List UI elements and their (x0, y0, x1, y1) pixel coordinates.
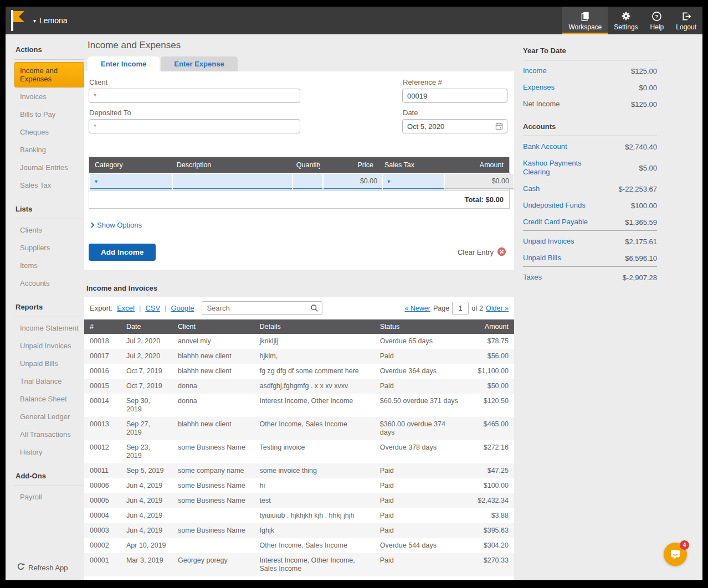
undeposited-funds-link[interactable]: Undeposited Funds (523, 201, 586, 210)
calendar-icon[interactable] (495, 122, 503, 132)
sidebar-item-payroll[interactable]: Payroll (14, 488, 84, 506)
sidebar-item-income-statement[interactable]: Income Statement (14, 319, 84, 337)
client-input[interactable] (89, 89, 300, 103)
chat-launcher-button[interactable]: 4 (664, 543, 687, 566)
price-input[interactable]: $0.00 (324, 174, 382, 189)
cell-amount: $1,100.00 (465, 364, 514, 379)
table-row[interactable]: 00002Apr 10, 2019Other Income, Sales Inc… (84, 538, 514, 553)
cell-date: Jul 2, 2020 (121, 334, 172, 349)
nav-item-workspace[interactable]: Workspace (562, 7, 608, 34)
table-row[interactable]: 00016Oct 7, 2019blahhh new clientfg zg d… (84, 364, 514, 379)
sidebar-item-all-transactions[interactable]: All Transactions (14, 426, 84, 443)
sidebar-item-banking[interactable]: Banking (14, 141, 84, 158)
account-title: Accounts (523, 122, 657, 136)
nav-item-logout[interactable]: Logout (670, 7, 702, 34)
sidebar-item-unpaid-invoices[interactable]: Unpaid Invoices (14, 337, 84, 354)
quantity-input[interactable] (293, 174, 322, 189)
sidebar-section-add-ons: Add-OnsPayroll (14, 470, 84, 506)
cell-number: 00013 (84, 417, 121, 440)
column-header-price: Price (320, 157, 379, 173)
nav-item-help[interactable]: ?Help (644, 7, 670, 34)
table-row[interactable]: 00005Jun 4, 2019some Business NametestPa… (84, 493, 514, 508)
category-select[interactable]: ▾ (90, 174, 172, 189)
account-row: Credit Card Payable$1,365.59 (523, 214, 657, 230)
sidebar-item-cheques[interactable]: Cheques (14, 123, 84, 141)
sidebar-item-journal-entries[interactable]: Journal Entries (14, 159, 84, 176)
account-row: Bank Account$2,740.40 (523, 138, 657, 155)
deposited-to-select[interactable]: ▾ (89, 119, 300, 138)
sales-tax-select[interactable]: ▾ (383, 174, 443, 189)
table-row[interactable]: 00001Mar 3, 2019Georgey poregyInterest I… (84, 553, 514, 576)
export-link-excel[interactable]: Excel (117, 304, 135, 312)
table-row[interactable]: 00013Sep 27, 2019blahhh new clientOther … (84, 417, 514, 440)
tab-enter-income[interactable]: Enter Income (88, 56, 160, 71)
tab-enter-expense[interactable]: Enter Expense (161, 56, 237, 71)
deposited-to-input[interactable] (89, 119, 300, 133)
unpaid-invoices-link[interactable]: Unpaid Invoices (523, 237, 574, 246)
sidebar-item-sales-tax[interactable]: Sales Tax (14, 177, 84, 194)
date-input[interactable] (402, 119, 507, 133)
older-link[interactable]: Older » (486, 305, 509, 312)
kashoo-payments-clearing-link[interactable]: Kashoo Payments Clearing (523, 159, 606, 177)
table-row[interactable]: 00004Jun 4, 2019tyiuiuiub . hjkhjkh kjh … (84, 508, 514, 523)
nav-item-settings[interactable]: Settings (608, 7, 644, 34)
table-row[interactable]: 00017Jul 2, 2020blahhh new clienthjklm,P… (84, 349, 514, 364)
sidebar-item-invoices[interactable]: Invoices (14, 88, 84, 105)
chevron-down-icon: ▾ (94, 122, 96, 128)
cash-link[interactable]: Cash (523, 184, 540, 193)
client-select[interactable]: ▾ (89, 89, 300, 107)
cell-status: Overdue 65 days (374, 334, 465, 349)
credit-card-payable-link[interactable]: Credit Card Payable (523, 218, 588, 226)
newer-link[interactable]: « Newer (404, 305, 430, 312)
unpaid-bills-link[interactable]: Unpaid Bills (523, 254, 561, 262)
cell-number: 00011 (84, 463, 121, 478)
table-row[interactable]: 00007Feb 19, 2019Sale Invoice - Direct D… (84, 576, 514, 580)
table-row[interactable]: 00003Jun 4, 2019some Business NamefghjkP… (84, 523, 514, 538)
export-link-google[interactable]: Google (171, 304, 194, 312)
table-row[interactable]: 00006Jun 4, 2019some Business NamehiPaid… (84, 478, 514, 493)
sidebar-item-accounts[interactable]: Accounts (14, 275, 84, 292)
cell-client: donna (172, 394, 254, 417)
table-row[interactable]: 00018Jul 2, 2020anovel miyjknkljljOverdu… (84, 334, 514, 349)
sidebar-item-income-and-expenses[interactable]: Income and Expenses (14, 62, 84, 87)
add-income-button[interactable]: Add Income (89, 244, 156, 261)
refresh-app-button[interactable]: Refresh App (17, 563, 68, 572)
bank-account-link[interactable]: Bank Account (523, 142, 567, 151)
table-row[interactable]: 00014Sep 30, 2019donnaInterest Income, O… (84, 394, 514, 417)
workspace-icon (580, 11, 591, 22)
date-field[interactable] (402, 119, 507, 138)
amount-value: $0.00 (445, 174, 514, 189)
search-input[interactable] (202, 301, 322, 315)
sidebar-item-items[interactable]: Items (14, 257, 84, 274)
income-link[interactable]: Income (523, 66, 547, 75)
sidebar-item-balance-sheet[interactable]: Balance Sheet (14, 390, 84, 408)
sidebar-item-general-ledger[interactable]: General Ledger (14, 408, 84, 425)
chevron-down-icon: ▾ (387, 178, 390, 184)
sidebar-item-suppliers[interactable]: Suppliers (14, 239, 84, 256)
cell-amount: $56.00 (465, 349, 514, 364)
taxes-link[interactable]: Taxes (523, 273, 542, 282)
cell-date: Oct 7, 2019 (121, 379, 172, 394)
expenses-link[interactable]: Expenses (523, 83, 555, 92)
clear-entry-button[interactable]: Clear Entry (458, 247, 506, 258)
sidebar-item-bills-to-pay[interactable]: Bills to Pay (14, 106, 84, 123)
cell-status: Paid (374, 349, 465, 364)
table-row[interactable]: 00015Oct 7, 2019donnaasdfghj,fghgmfg . x… (84, 379, 514, 394)
table-row[interactable]: 00012Sep 23, 2019some Business NameTesti… (84, 440, 514, 463)
svg-text:?: ? (655, 13, 659, 19)
year-to-date-row: Net Income$125.00 (523, 96, 657, 112)
reference-input[interactable] (402, 89, 507, 103)
show-options-toggle[interactable]: Show Options (90, 221, 142, 229)
table-row[interactable]: 00011Sep 5, 2019some company namesome in… (84, 463, 514, 478)
cell-client: some Business Name (172, 493, 254, 508)
company-selector[interactable]: ▾ Lemona (6, 7, 68, 34)
sidebar-item-unpaid-bills[interactable]: Unpaid Bills (14, 355, 84, 372)
separator: | (165, 304, 166, 312)
description-input[interactable] (173, 174, 292, 189)
app-window: ▾ Lemona WorkspaceSettings?HelpLogout Ac… (6, 7, 702, 580)
export-link-csv[interactable]: CSV (145, 304, 160, 312)
sidebar-item-clients[interactable]: Clients (14, 221, 84, 239)
sidebar-item-trial-balance[interactable]: Trial Balance (14, 373, 84, 390)
sidebar-item-history[interactable]: History (14, 443, 84, 461)
page-input[interactable] (452, 302, 469, 315)
